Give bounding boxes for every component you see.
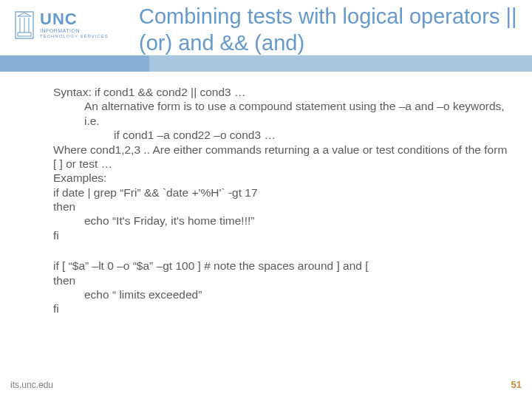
- body-line: if date | grep “Fri” && `date +'%H'` -gt…: [53, 185, 510, 200]
- body-line: An alternative form is to use a compound…: [53, 99, 510, 128]
- body-line: echo “It's Friday, it's home time!!!”: [53, 214, 510, 228]
- slide-body: Syntax: if cond1 && cond2 || cond3 … An …: [53, 85, 510, 316]
- body-line: fi: [53, 301, 510, 316]
- svg-marker-1: [18, 13, 31, 16]
- body-line: Where cond1,2,3 .. Are either commands r…: [53, 143, 510, 171]
- slide-number: 51: [511, 379, 522, 390]
- header-accent-bar: [0, 55, 532, 72]
- slide-title: Combining tests with logical operators |…: [139, 3, 523, 57]
- unc-logo: UNC INFORMATION TECHNOLOGY SERVICES: [13, 10, 109, 40]
- slide-header: UNC INFORMATION TECHNOLOGY SERVICES Comb…: [0, 0, 532, 70]
- logo-line1: INFORMATION: [40, 28, 109, 34]
- body-line: fi: [53, 228, 510, 242]
- body-line: then: [53, 200, 510, 214]
- body-line: Examples:: [53, 171, 510, 185]
- body-line: if cond1 –a cond22 –o cond3 …: [53, 128, 510, 142]
- logo-line2: TECHNOLOGY SERVICES: [40, 34, 109, 39]
- footer-url: its.unc.edu: [10, 380, 53, 390]
- body-line: Syntax: if cond1 && cond2 || cond3 …: [53, 85, 510, 99]
- svg-rect-5: [18, 33, 31, 36]
- body-line: echo “ limits exceeded”: [53, 287, 510, 301]
- body-line: if [ “$a” –lt 0 –o “$a” –gt 100 ] # note…: [53, 259, 510, 273]
- unc-well-icon: [13, 10, 35, 40]
- logo-initials: UNC: [40, 11, 109, 27]
- body-line: then: [53, 273, 510, 287]
